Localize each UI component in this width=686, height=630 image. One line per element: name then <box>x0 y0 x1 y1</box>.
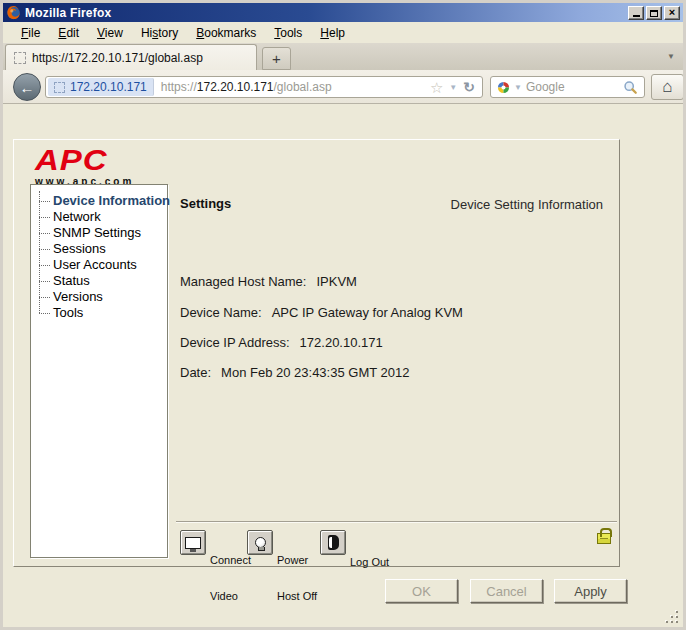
menu-text: iew <box>105 26 123 40</box>
reload-icon[interactable]: ↻ <box>463 80 475 94</box>
maximize-button[interactable] <box>646 6 662 20</box>
apply-button[interactable]: Apply <box>554 579 627 603</box>
menu-tools[interactable]: Tools <box>265 24 311 42</box>
sidebar-item-sessions[interactable]: Sessions <box>39 241 165 257</box>
action-label-line: Connect <box>210 554 251 566</box>
url-text: https://172.20.10.171/global.asp <box>161 80 332 94</box>
close-button[interactable]: × <box>664 6 680 20</box>
search-engine-dropdown-icon[interactable]: ▼ <box>514 83 522 92</box>
info-label: Managed Host Name: <box>180 274 306 289</box>
menu-accel: H <box>320 26 329 40</box>
log-out-button[interactable] <box>320 530 346 555</box>
sidebar-item-versions[interactable]: Versions <box>39 289 165 305</box>
sidebar-item-snmp-settings[interactable]: SNMP Settings <box>39 225 165 241</box>
light-bulb-icon <box>255 537 266 548</box>
power-host-label: Power Host Off <box>277 530 317 626</box>
url-bar[interactable]: 172.20.10.171 https://172.20.10.171/glob… <box>45 76 483 98</box>
close-icon: × <box>669 7 675 18</box>
firefox-icon <box>6 5 21 20</box>
info-value: IPKVM <box>316 274 356 289</box>
window-controls: × <box>628 6 680 20</box>
url-host: 172.20.10.171 <box>197 80 274 94</box>
sidebar-tree: Device Information Network SNMP Settings… <box>39 193 165 321</box>
ok-button[interactable]: OK <box>385 579 458 603</box>
minimize-icon <box>633 15 640 17</box>
new-tab-button[interactable]: + <box>262 47 291 70</box>
list-all-tabs-icon[interactable]: ▼ <box>667 52 675 61</box>
info-row-host-name: Managed Host Name:IPKVM <box>180 274 357 289</box>
info-row-device-name: Device Name:APC IP Gateway for Analog KV… <box>180 305 463 320</box>
sidebar-item-user-accounts[interactable]: User Accounts <box>39 257 165 273</box>
power-host-button[interactable] <box>247 530 273 555</box>
url-scheme: https:// <box>161 80 197 94</box>
menu-file[interactable]: File <box>12 24 49 42</box>
menu-help[interactable]: Help <box>311 24 354 42</box>
sidebar-item-status[interactable]: Status <box>39 273 165 289</box>
back-arrow-icon: ← <box>20 79 35 96</box>
menu-view[interactable]: View <box>88 24 132 42</box>
log-out-label: Log Out <box>350 532 389 592</box>
firefox-window: Mozilla Firefox × File Edit View History… <box>0 0 686 630</box>
identity-host: 172.20.10.171 <box>70 80 147 94</box>
minimize-button[interactable] <box>628 6 644 20</box>
maximize-icon <box>650 10 658 17</box>
menu-text: ookmarks <box>204 26 256 40</box>
tab-global-asp[interactable]: https://172.20.10.171/global.asp <box>5 44 257 70</box>
tab-favicon-placeholder-icon <box>14 52 26 64</box>
connect-video-button[interactable] <box>180 530 206 555</box>
info-value: 172.20.10.171 <box>300 335 383 350</box>
sidebar-item-device-information[interactable]: Device Information <box>39 193 165 209</box>
info-label: Device Name: <box>180 305 262 320</box>
site-favicon-placeholder-icon <box>54 82 65 93</box>
menu-bar: File Edit View History Bookmarks Tools H… <box>3 22 683 43</box>
apc-logo: APC www.apc.com <box>35 144 134 187</box>
menu-bookmarks[interactable]: Bookmarks <box>187 24 265 42</box>
url-path: /global.asp <box>274 80 332 94</box>
menu-edit[interactable]: Edit <box>49 24 88 42</box>
search-magnifier-icon[interactable] <box>623 80 638 95</box>
menu-text: dit <box>66 26 79 40</box>
google-logo-icon[interactable] <box>497 81 510 94</box>
page-title: Settings <box>180 196 231 211</box>
action-label-line: Power <box>277 554 317 566</box>
resize-grip[interactable] <box>666 611 678 623</box>
navigation-toolbar: ← 172.20.10.171 https://172.20.10.171/gl… <box>3 70 683 104</box>
action-label-line: Video <box>210 590 251 602</box>
menu-accel: V <box>97 26 105 40</box>
back-button[interactable]: ← <box>13 73 41 101</box>
title-bar[interactable]: Mozilla Firefox × <box>3 3 683 22</box>
sidebar-item-tools[interactable]: Tools <box>39 305 165 321</box>
secure-lock-icon <box>597 533 611 544</box>
site-identity-box[interactable]: 172.20.10.171 <box>48 78 154 96</box>
menu-history[interactable]: History <box>132 24 187 42</box>
footer-divider <box>176 521 617 523</box>
info-row-date: Date:Mon Feb 20 23:43:35 GMT 2012 <box>180 365 409 380</box>
tab-strip: https://172.20.10.171/global.asp + ▼ <box>3 43 683 70</box>
sidebar-tree-panel: Device Information Network SNMP Settings… <box>30 184 168 558</box>
menu-text: ile <box>28 26 40 40</box>
info-label: Device IP Address: <box>180 335 290 350</box>
tab-title: https://172.20.10.171/global.asp <box>32 51 203 65</box>
url-dropdown-icon[interactable]: ▼ <box>449 83 457 92</box>
search-box[interactable]: ▼ Google <box>490 76 645 98</box>
home-icon: ⌂ <box>662 77 672 97</box>
menu-text: elp <box>329 26 345 40</box>
connect-video-label: Connect Video <box>210 530 251 626</box>
door-exit-icon <box>328 535 339 550</box>
menu-text: tory <box>158 26 178 40</box>
page-subtitle: Device Setting Information <box>451 197 603 212</box>
action-label-line: Log Out <box>350 556 389 568</box>
menu-text: Hi <box>141 26 152 40</box>
bookmark-star-icon[interactable]: ☆ <box>430 80 443 95</box>
info-value: Mon Feb 20 23:43:35 GMT 2012 <box>221 365 409 380</box>
content-panel: APC www.apc.com Device Information Netwo… <box>13 139 620 567</box>
cancel-button[interactable]: Cancel <box>470 579 543 603</box>
home-button[interactable]: ⌂ <box>651 74 684 100</box>
info-label: Date: <box>180 365 211 380</box>
url-bar-icons: ☆ ▼ ↻ <box>430 80 482 95</box>
monitor-icon <box>185 537 201 549</box>
search-input[interactable]: Google <box>526 80 565 94</box>
sidebar-item-network[interactable]: Network <box>39 209 165 225</box>
apc-logo-text: APC <box>35 145 134 174</box>
window-title: Mozilla Firefox <box>25 6 111 20</box>
